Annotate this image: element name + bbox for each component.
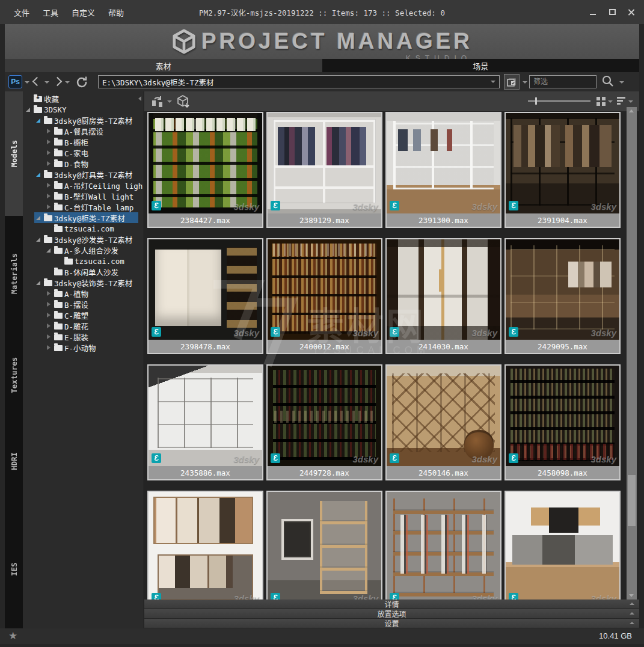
tree-item[interactable]: 3dsky@装饰类-TZ素材 bbox=[23, 277, 138, 288]
scroll-up-arrow-icon[interactable] bbox=[629, 109, 634, 112]
scroll-down-arrow-icon[interactable] bbox=[629, 594, 634, 597]
asset-tile[interactable]: 3dsky2414030.max bbox=[385, 238, 501, 354]
asset-thumbnail-dark-wine-shelf[interactable]: 3dsky bbox=[268, 366, 381, 466]
asset-thumbnail-plywood-decor-shelf[interactable]: 3dsky bbox=[268, 492, 381, 599]
tree-item[interactable]: 收藏 bbox=[23, 93, 138, 104]
panel-bar-设置[interactable]: 设置 bbox=[144, 619, 639, 628]
tree-item[interactable]: C-雕塑 bbox=[23, 310, 138, 320]
asset-tile[interactable]: 3dsky2450146.max bbox=[385, 364, 501, 480]
asset-tile[interactable]: 3dsky2384427.max bbox=[147, 112, 263, 228]
asset-thumbnail-vegetable-market-shelf[interactable]: 3dsky bbox=[149, 113, 262, 213]
asset-tile[interactable]: 3dsky2391904.max bbox=[504, 112, 621, 228]
side-tab-hdri[interactable]: HDRI bbox=[5, 416, 23, 506]
asset-thumbnail-copper-pipe-shelving[interactable]: 3dsky bbox=[387, 492, 500, 599]
panel-collapse-arrow-icon[interactable] bbox=[138, 96, 141, 101]
selection-filter-button[interactable] bbox=[504, 74, 520, 90]
panel-bar-详情[interactable]: 详情 bbox=[144, 599, 639, 609]
filter-input[interactable] bbox=[530, 78, 630, 86]
collapse-arrow-icon[interactable] bbox=[34, 281, 42, 285]
asset-tile[interactable]: 3dsky bbox=[385, 491, 501, 599]
minimize-button[interactable] bbox=[586, 6, 600, 18]
favorites-star-icon[interactable]: ★ bbox=[8, 630, 17, 642]
tree-item[interactable]: B-摆设 bbox=[23, 299, 138, 310]
tree-item[interactable]: C-家电 bbox=[23, 147, 138, 158]
path-dropdown-caret-icon[interactable] bbox=[491, 81, 495, 83]
tree-item[interactable]: E-服装 bbox=[23, 331, 138, 342]
collapse-arrow-icon[interactable] bbox=[34, 118, 42, 123]
expand-arrow-icon[interactable] bbox=[44, 150, 52, 155]
sync-caret-icon[interactable] bbox=[167, 100, 172, 103]
forward-dropdown-caret-icon[interactable] bbox=[65, 81, 70, 84]
tree-item[interactable]: tzsucai.com bbox=[23, 223, 138, 234]
tree-item[interactable]: 3dsky@灯具类-TZ素材 bbox=[23, 169, 138, 180]
thumbnail-size-slider[interactable] bbox=[528, 100, 590, 102]
expand-arrow-icon[interactable] bbox=[44, 161, 52, 166]
sort-caret-icon[interactable] bbox=[628, 100, 633, 103]
asset-thumbnail-dark-wood-wardrobe[interactable]: 3dsky bbox=[506, 113, 619, 213]
back-dropdown-caret-icon[interactable] bbox=[44, 81, 49, 84]
asset-tile[interactable]: 3dsky2389129.max bbox=[266, 112, 382, 228]
tree-item[interactable]: A-植物 bbox=[23, 288, 138, 299]
side-tab-models[interactable]: Models bbox=[5, 91, 23, 216]
tab-场景[interactable]: 场景 bbox=[322, 59, 640, 72]
search-icon[interactable] bbox=[601, 75, 615, 90]
tree-item[interactable]: B-休闲单人沙发 bbox=[23, 266, 138, 277]
asset-tile[interactable]: 3dsky bbox=[266, 491, 382, 599]
path-input[interactable] bbox=[99, 78, 491, 87]
expand-arrow-icon[interactable] bbox=[44, 291, 52, 296]
collapse-arrow-icon[interactable] bbox=[34, 173, 42, 177]
asset-tile[interactable]: 3dsky2398478.max bbox=[147, 238, 263, 354]
asset-tile[interactable]: 3dsky2435886.max bbox=[147, 364, 263, 480]
asset-thumbnail-white-frame-closet[interactable]: 3dsky bbox=[149, 366, 262, 466]
merge-object-icon[interactable] bbox=[176, 94, 191, 109]
expand-arrow-icon[interactable] bbox=[44, 302, 52, 307]
collapse-arrow-icon[interactable] bbox=[44, 248, 52, 253]
panel-expand-arrow-icon[interactable] bbox=[630, 612, 634, 615]
thumbnail-size-slider-thumb[interactable] bbox=[535, 97, 537, 105]
selection-filter-caret-icon[interactable] bbox=[523, 81, 527, 84]
expand-arrow-icon[interactable] bbox=[44, 140, 52, 144]
asset-thumbnail-wine-store-shelf[interactable]: 3dsky bbox=[506, 366, 619, 466]
tree-item[interactable]: B-壁灯Wall light bbox=[23, 191, 138, 201]
tree-item[interactable]: D-食物 bbox=[23, 158, 138, 169]
expand-arrow-icon[interactable] bbox=[44, 194, 52, 198]
expand-arrow-icon[interactable] bbox=[44, 129, 52, 133]
tree-item[interactable]: 3DSKY bbox=[23, 104, 138, 115]
asset-tile[interactable]: 3dsky bbox=[147, 491, 263, 599]
asset-thumbnail-walk-in-closet-warm[interactable]: 3dsky bbox=[506, 239, 619, 340]
tree-item[interactable]: 3dsky@厨房类-TZ素材 bbox=[23, 115, 138, 126]
tree-item[interactable]: F-小动物 bbox=[23, 342, 138, 353]
asset-tile[interactable]: 3dsky bbox=[504, 491, 621, 599]
asset-thumbnail-liquor-bottle-shelf[interactable]: 3dsky bbox=[268, 239, 381, 340]
asset-tile[interactable]: 3dsky2400012.max bbox=[266, 238, 382, 354]
expand-arrow-icon[interactable] bbox=[44, 345, 52, 350]
asset-tile[interactable]: 3dsky2449728.max bbox=[266, 364, 382, 480]
view-mode-caret-icon[interactable] bbox=[608, 100, 613, 103]
tree-item[interactable]: C-台灯Table lamp bbox=[23, 201, 138, 212]
tree-item[interactable]: A-多人组合沙发 bbox=[23, 245, 138, 256]
asset-thumbnail-white-wardrobe-clothes[interactable]: 3dsky bbox=[268, 113, 381, 213]
menu-item[interactable]: 文件 bbox=[7, 4, 36, 20]
asset-tile[interactable]: 3dsky2458098.max bbox=[504, 364, 621, 480]
asset-thumbnail-wardrobe-dresser-set[interactable]: 3dsky bbox=[149, 492, 262, 599]
close-button[interactable] bbox=[625, 6, 638, 18]
tab-素材[interactable]: 素材 bbox=[5, 59, 322, 72]
expand-arrow-icon[interactable] bbox=[44, 334, 52, 339]
menu-item[interactable]: 自定义 bbox=[65, 4, 102, 20]
maximize-button[interactable] bbox=[606, 6, 619, 18]
expand-arrow-icon[interactable] bbox=[44, 204, 52, 209]
collapse-arrow-icon[interactable] bbox=[34, 216, 42, 220]
collapse-arrow-icon[interactable] bbox=[34, 238, 42, 242]
tree-item[interactable]: 3dsky@沙发类-TZ素材 bbox=[23, 234, 138, 245]
asset-thumbnail-tv-wall-unit[interactable]: 3dsky bbox=[506, 492, 619, 599]
menu-item[interactable]: 帮助 bbox=[102, 4, 130, 20]
panel-bar-放置选项[interactable]: 放置选项 bbox=[144, 609, 639, 618]
expand-arrow-icon[interactable] bbox=[44, 324, 52, 328]
asset-thumbnail-wood-white-cabinet[interactable]: 3dsky bbox=[387, 239, 500, 340]
grid-scrollbar[interactable] bbox=[627, 107, 637, 599]
expand-arrow-icon[interactable] bbox=[44, 313, 52, 317]
panel-expand-arrow-icon[interactable] bbox=[630, 622, 634, 624]
search-dropdown-caret-icon[interactable] bbox=[619, 81, 624, 84]
collapse-arrow-icon[interactable] bbox=[24, 108, 32, 112]
asset-thumbnail-open-wardrobe-system[interactable]: 3dsky bbox=[387, 113, 500, 213]
